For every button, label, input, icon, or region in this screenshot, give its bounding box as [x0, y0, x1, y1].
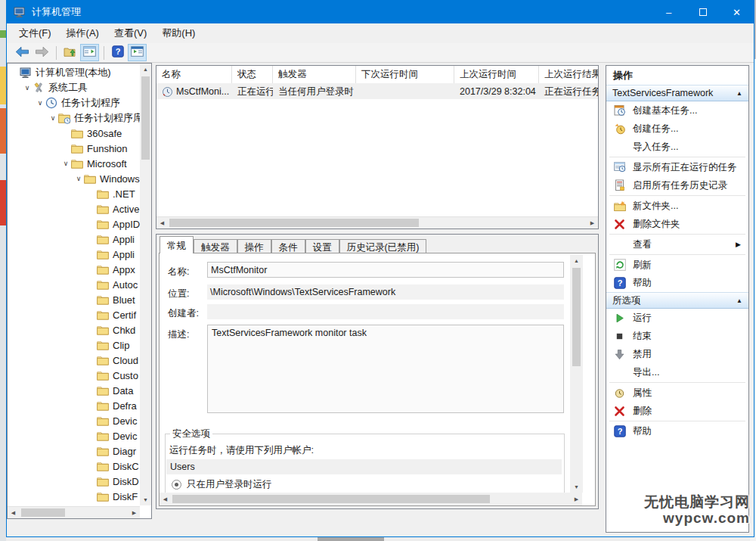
- up-level-button[interactable]: [60, 44, 79, 61]
- action-item--[interactable]: 运行: [606, 309, 748, 327]
- tab-3[interactable]: 条件: [271, 239, 305, 253]
- tree-item-data[interactable]: Data: [8, 383, 140, 398]
- scroll-thumb[interactable]: [572, 268, 581, 366]
- tree-item-appx[interactable]: Appx: [8, 262, 140, 277]
- tree-item-appli[interactable]: Appli: [8, 247, 140, 262]
- forward-button[interactable]: [33, 44, 51, 61]
- action-item--[interactable]: 删除: [606, 402, 748, 420]
- maximize-button[interactable]: [686, 1, 720, 23]
- column-header-2[interactable]: 触发器: [273, 66, 356, 83]
- scroll-down-icon[interactable]: ▼: [570, 481, 583, 493]
- tree-item-360safe[interactable]: 360safe: [8, 126, 140, 141]
- titlebar[interactable]: 计算机管理 – ✕: [7, 1, 754, 23]
- action-item--[interactable]: 导出...: [606, 363, 748, 381]
- action-item--[interactable]: 创建任务...: [606, 120, 748, 138]
- chevron-expanded-icon[interactable]: ∨: [48, 114, 58, 122]
- tree-item-diskc[interactable]: DiskC: [8, 459, 140, 474]
- column-header-5[interactable]: 上次运行结果: [539, 66, 598, 83]
- tab-0[interactable]: 常规: [160, 236, 194, 253]
- tree-item-.net[interactable]: .NET: [8, 186, 140, 201]
- tree-item-defra[interactable]: Defra: [8, 398, 140, 413]
- tab-5[interactable]: 历史记录(已禁用): [339, 239, 427, 253]
- chevron-expanded-icon[interactable]: ∨: [73, 175, 84, 182]
- properties-horizontal-scrollbar[interactable]: ◀ ▶: [160, 493, 582, 505]
- action-item--[interactable]: ?帮助: [606, 422, 748, 440]
- scroll-thumb[interactable]: [141, 76, 150, 160]
- tree-item-appli[interactable]: Appli: [8, 232, 140, 247]
- tree-item-cloud[interactable]: Cloud: [8, 353, 140, 368]
- scroll-up-icon[interactable]: ▲: [140, 64, 151, 75]
- tree-item-clip[interactable]: Clip: [8, 337, 140, 353]
- tree-item-custo[interactable]: Custo: [8, 368, 140, 383]
- scroll-right-icon[interactable]: ▶: [571, 493, 582, 505]
- scroll-thumb[interactable]: [21, 508, 65, 517]
- tree-item--[interactable]: ∨系统工具: [8, 80, 140, 95]
- menu-item-2[interactable]: 查看(V): [107, 25, 154, 42]
- chevron-expanded-icon[interactable]: ∨: [35, 99, 45, 107]
- scroll-left-icon[interactable]: ◀: [156, 217, 168, 229]
- tree-item-diskf[interactable]: DiskF: [8, 489, 140, 504]
- tree-item--[interactable]: ∨任务计划程序库: [8, 110, 140, 126]
- action-item--[interactable]: 查看▶: [606, 235, 748, 253]
- task-list-horizontal-scrollbar[interactable]: ◀ ▶: [156, 216, 598, 229]
- back-button[interactable]: [13, 44, 32, 61]
- scroll-thumb[interactable]: [169, 219, 419, 227]
- tree-item-diagr[interactable]: Diagr: [8, 443, 140, 459]
- action-item--[interactable]: 显示所有正在运行的任务: [606, 158, 748, 176]
- action-pane-toggle-button[interactable]: [128, 44, 147, 61]
- column-header-3[interactable]: 下次运行时间: [356, 66, 454, 83]
- scroll-thumb[interactable]: [172, 495, 490, 503]
- tree-vertical-scrollbar[interactable]: ▲ ▼: [140, 64, 151, 505]
- action-item--[interactable]: 导入任务...: [606, 138, 748, 156]
- action-item--[interactable]: 结束: [606, 327, 748, 345]
- chevron-expanded-icon[interactable]: ∨: [60, 160, 71, 167]
- tree-item-microsoft[interactable]: ∨Microsoft: [8, 156, 140, 171]
- tree-item-appid[interactable]: AppID: [8, 216, 140, 232]
- collapse-caret-icon[interactable]: ▲: [736, 90, 742, 97]
- action-section-header-1[interactable]: 所选项▲: [606, 292, 748, 309]
- name-field[interactable]: MsCtfMonitor: [207, 262, 564, 278]
- scroll-right-icon[interactable]: ▶: [587, 217, 598, 229]
- action-section-header-0[interactable]: TextServicesFramework▲: [606, 85, 748, 101]
- tab-1[interactable]: 触发器: [194, 239, 237, 253]
- minimize-button[interactable]: –: [652, 1, 686, 23]
- close-button[interactable]: ✕: [720, 1, 754, 23]
- tree-item-funshion[interactable]: Funshion: [8, 141, 140, 156]
- menu-item-1[interactable]: 操作(A): [59, 25, 107, 42]
- tree-item-diskd[interactable]: DiskD: [8, 474, 140, 489]
- tab-2[interactable]: 操作: [237, 239, 271, 253]
- tree-item-bluet[interactable]: Bluet: [8, 292, 140, 307]
- description-field[interactable]: TextServicesFramework monitor task: [207, 325, 564, 413]
- chevron-expanded-icon[interactable]: ∨: [22, 84, 33, 92]
- help-button[interactable]: ?: [108, 44, 127, 61]
- menu-item-0[interactable]: 文件(F): [11, 25, 59, 42]
- action-item--[interactable]: 禁用: [606, 345, 748, 363]
- action-item--[interactable]: 刷新: [606, 256, 748, 274]
- scroll-left-icon[interactable]: ◀: [160, 493, 171, 505]
- menu-item-3[interactable]: 帮助(H): [154, 25, 203, 42]
- column-header-4[interactable]: 上次运行时间: [454, 66, 539, 83]
- tree-horizontal-scrollbar[interactable]: ◀ ▶: [8, 506, 140, 518]
- column-header-1[interactable]: 状态: [232, 66, 273, 83]
- tree-item--[interactable]: ∨任务计划程序: [8, 95, 140, 110]
- action-item--[interactable]: 创建基本任务...: [606, 101, 748, 120]
- scroll-right-icon[interactable]: ▶: [129, 507, 140, 519]
- scroll-down-icon[interactable]: ▼: [140, 494, 151, 505]
- task-row[interactable]: MsCtfMoni...正在运行当任何用户登录时2017/3/29 8:32:0…: [156, 84, 598, 99]
- tree-item-chkd[interactable]: Chkd: [8, 322, 140, 337]
- tree-item-certif[interactable]: Certif: [8, 307, 140, 322]
- console-tree-toggle-button[interactable]: [80, 44, 99, 61]
- tree-item-autoc[interactable]: Autoc: [8, 277, 140, 292]
- radio-selected-icon[interactable]: [172, 480, 181, 490]
- radio-run-logged-on[interactable]: 只在用户登录时运行: [172, 478, 272, 491]
- action-item--[interactable]: 启用所有任务历史记录: [606, 176, 748, 194]
- tree-item-windows[interactable]: ∨Windows: [8, 171, 140, 186]
- action-item--[interactable]: 新文件夹...: [606, 197, 748, 215]
- tree-item-devic[interactable]: Devic: [8, 413, 140, 428]
- tree-item--[interactable]: 计算机管理(本地): [8, 65, 140, 80]
- action-item--[interactable]: 删除文件夹: [606, 215, 748, 233]
- properties-vertical-scrollbar[interactable]: ▲ ▼: [570, 255, 583, 493]
- tree-item-devic[interactable]: Devic: [8, 428, 140, 443]
- collapse-caret-icon[interactable]: ▲: [736, 297, 742, 304]
- scroll-up-icon[interactable]: ▲: [570, 255, 583, 266]
